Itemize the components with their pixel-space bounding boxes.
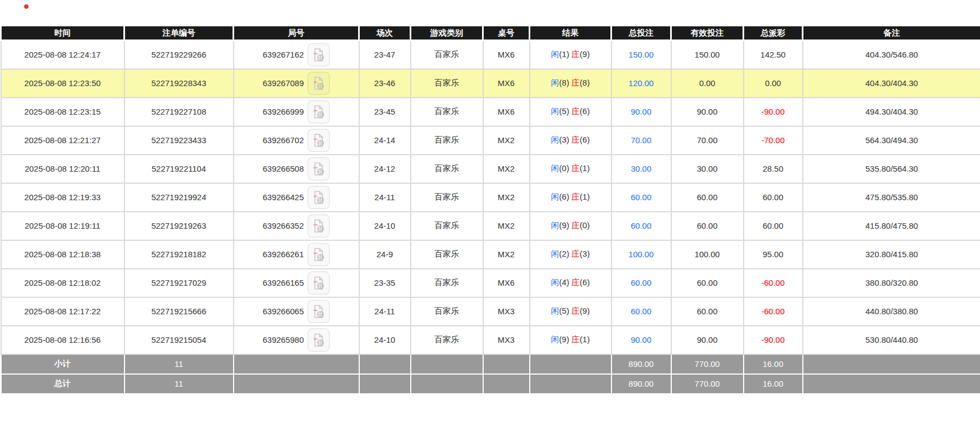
valid-bet: 60.00 [671,297,744,326]
total-bet: 150.00 [611,41,671,69]
table-number: MX2 [483,155,530,183]
video-replay-button[interactable] [308,186,330,209]
total-bet: 70.00 [611,126,671,155]
subtotal-empty-cell [530,354,611,374]
subtotal-valid-bet: 770.00 [671,354,744,374]
player-score: (6) [559,192,569,201]
grand-total-valid-bet: 770.00 [671,374,744,394]
game-category: 百家乐 [411,183,483,212]
bet-id: 522719217029 [124,269,234,297]
video-replay-button[interactable] [308,300,330,323]
video-replay-button[interactable] [308,43,330,66]
total-bet: 90.00 [611,98,671,126]
table-row: 2025-08-08 12:19:11 522719219263 6392663… [1,212,980,240]
remark: 564.30/494.30 [803,126,980,155]
session-number: 24-10 [359,326,411,354]
total-payout: 60.00 [744,183,803,212]
session-number: 23-35 [359,269,411,297]
valid-bet: 70.00 [671,126,744,155]
grand-total-empty-cell [359,374,411,394]
banker-score: (9) [580,306,590,315]
subtotal-row: 小计 11 890.00 770.00 16.00 [1,354,980,374]
bet-time: 2025-08-08 12:16:56 [1,326,124,354]
round-number: 639266261 [263,250,304,259]
col-result: 结果 [530,26,611,41]
table-row: 2025-08-08 12:16:56 522719215054 6392659… [1,326,980,354]
bet-id: 522719215666 [124,297,234,326]
col-round: 局号 [234,26,359,41]
bet-time: 2025-08-08 12:17:22 [1,297,124,326]
banker-label: 庄 [571,135,580,144]
game-result: 闲(8) 庄(8) [530,69,611,98]
bet-time: 2025-08-08 12:23:50 [1,69,124,98]
round-cell: 639266261 [234,240,359,269]
bet-id: 522719227108 [124,98,234,126]
remark: 415.80/475.80 [803,212,980,240]
player-score: (2) [559,249,569,258]
game-category: 百家乐 [411,326,483,354]
session-number: 24-12 [359,155,411,183]
game-result: 闲(0) 庄(1) [530,155,611,183]
banker-score: (3) [580,249,590,258]
banker-label: 庄 [571,249,580,258]
banker-label: 庄 [571,278,580,287]
total-bet: 30.00 [611,155,671,183]
video-replay-button[interactable] [308,157,330,180]
total-payout: 28.50 [744,155,803,183]
subtotal-total-payout: 16.00 [744,354,803,374]
total-payout: -60.00 [744,297,803,326]
game-result: 闲(9) 庄(0) [530,212,611,240]
valid-bet: 90.00 [671,326,744,354]
banker-score: (1) [580,192,590,201]
total-bet: 90.00 [611,326,671,354]
remark: 535.80/564.30 [803,155,980,183]
session-number: 23-46 [359,69,411,98]
video-replay-button[interactable] [308,214,330,237]
total-payout: 60.00 [744,212,803,240]
table-number: MX2 [483,212,530,240]
round-number: 639267162 [263,50,304,59]
player-score: (9) [559,220,569,230]
subtotal-empty-cell [359,354,411,374]
banker-score: (1) [580,335,590,344]
session-number: 24-10 [359,212,411,240]
banker-label: 庄 [571,220,580,230]
game-category: 百家乐 [411,269,483,297]
game-result: 闲(9) 庄(1) [530,326,611,354]
banker-label: 庄 [571,335,580,344]
round-number: 639266508 [263,164,304,173]
col-total-payout: 总派彩 [744,26,803,41]
col-table-number: 桌号 [483,26,530,41]
session-number: 24-9 [359,240,411,269]
banker-score: (6) [580,106,590,116]
video-replay-button[interactable] [308,329,330,352]
round-number: 639267089 [263,78,304,88]
table-row: 2025-08-08 12:17:22 522719215666 6392660… [1,297,980,326]
video-replay-button[interactable] [308,100,330,123]
video-replay-button[interactable] [308,129,330,152]
table-row: 2025-08-08 12:18:38 522719218182 6392662… [1,240,980,269]
col-remark: 备注 [803,26,980,41]
round-number: 639266999 [263,107,304,116]
round-number: 639266425 [263,193,304,202]
banker-label: 庄 [571,78,580,87]
session-number: 23-45 [359,98,411,126]
bet-id: 522719215054 [124,326,234,354]
grand-total-empty-cell [483,374,530,394]
player-label: 闲 [551,249,559,258]
video-replay-button[interactable] [308,72,330,95]
banker-score: (6) [580,135,590,144]
table-header-row: 时间 注单编号 局号 场次 游戏类别 桌号 结果 总投注 有效投注 总派彩 备注 [1,26,980,41]
player-label: 闲 [551,192,559,201]
video-replay-button[interactable] [308,243,330,266]
round-cell: 639266165 [234,269,359,297]
video-file-icon [313,105,325,119]
bet-time: 2025-08-08 12:19:33 [1,183,124,212]
video-file-icon [313,247,325,262]
player-score: (1) [559,49,569,59]
bet-id: 522719229266 [124,41,234,69]
total-payout: 95.00 [744,240,803,269]
subtotal-total-bet: 890.00 [611,354,671,374]
video-replay-button[interactable] [308,271,330,295]
video-file-icon [313,162,325,176]
